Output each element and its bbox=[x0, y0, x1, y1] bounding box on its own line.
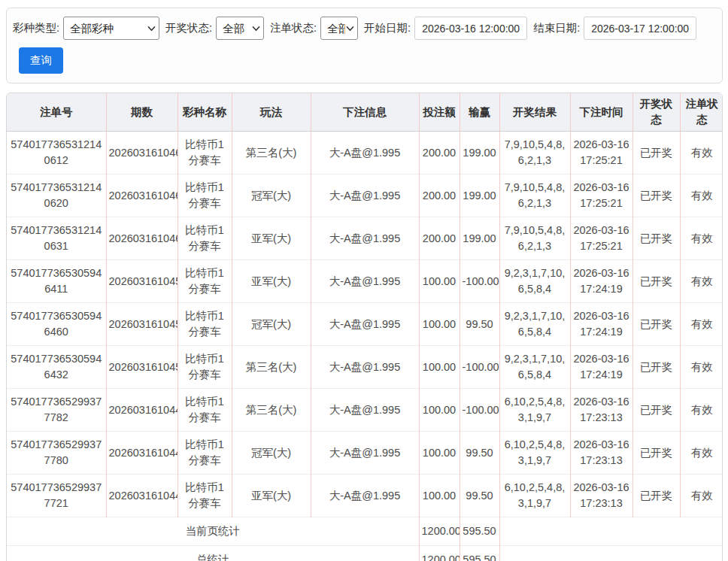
cell-bet_info: 大-A盘@1.995 bbox=[311, 174, 419, 217]
cell-draw_result: 9,2,3,1,7,10,6,5,8,4 bbox=[499, 303, 570, 346]
column-header-period: 期数 bbox=[106, 93, 177, 132]
cell-bet_amount: 100.00 bbox=[419, 260, 460, 303]
cell-draw_status: 已开奖 bbox=[632, 132, 680, 174]
end-date-input[interactable] bbox=[584, 17, 696, 40]
query-button[interactable]: 查询 bbox=[19, 47, 63, 74]
draw-status-select[interactable]: 全部 bbox=[216, 17, 264, 40]
cell-order_status: 有效 bbox=[680, 260, 723, 303]
cell-draw_result: 6,10,2,5,4,8,3,1,9,7 bbox=[499, 432, 570, 475]
cell-bet_amount: 100.00 bbox=[419, 346, 460, 389]
cell-bet_time: 2026-03-16 17:23:13 bbox=[570, 389, 632, 432]
cell-bet_info: 大-A盘@1.995 bbox=[311, 303, 419, 346]
cell-lottery_name: 比特币1分赛车 bbox=[177, 217, 232, 260]
cell-play: 亚军(大) bbox=[232, 260, 311, 303]
column-header-order_status: 注单状态 bbox=[680, 93, 723, 132]
cell-draw_status: 已开奖 bbox=[632, 174, 680, 217]
cell-draw_result: 6,10,2,5,4,8,3,1,9,7 bbox=[499, 389, 570, 432]
cell-win_loss: 99.50 bbox=[460, 432, 499, 475]
cell-draw_result: 7,9,10,5,4,8,6,2,1,3 bbox=[499, 174, 570, 217]
cell-draw_status: 已开奖 bbox=[632, 475, 680, 517]
cell-play: 亚军(大) bbox=[232, 217, 311, 260]
cell-bet_time: 2026-03-16 17:23:13 bbox=[570, 432, 632, 475]
cell-order_id: 5740177365312140631 bbox=[7, 217, 106, 260]
cell-bet_info: 大-A盘@1.995 bbox=[311, 389, 419, 432]
cell-lottery_name: 比特币1分赛车 bbox=[177, 303, 232, 346]
summary-bet-amount: 1200.00 bbox=[419, 517, 460, 546]
summary-empty bbox=[499, 546, 723, 561]
cell-draw_status: 已开奖 bbox=[632, 389, 680, 432]
table-row: 5740177365305946432202603161045比特币1分赛车第三… bbox=[7, 346, 723, 389]
cell-period: 202603161044 bbox=[106, 432, 177, 475]
summary-empty bbox=[499, 517, 723, 546]
column-header-draw_status: 开奖状态 bbox=[632, 93, 680, 132]
column-header-play: 玩法 bbox=[232, 93, 311, 132]
cell-period: 202603161045 bbox=[106, 303, 177, 346]
cell-period: 202603161046 bbox=[106, 217, 177, 260]
cell-draw_result: 6,10,2,5,4,8,3,1,9,7 bbox=[499, 475, 570, 517]
cell-period: 202603161045 bbox=[106, 346, 177, 389]
cell-bet_amount: 100.00 bbox=[419, 303, 460, 346]
lottery-type-select-wrap: 全部彩种 bbox=[63, 17, 159, 40]
cell-win_loss: 99.50 bbox=[460, 475, 499, 517]
table-row: 5740177365305946460202603161045比特币1分赛车冠军… bbox=[7, 303, 723, 346]
cell-lottery_name: 比特币1分赛车 bbox=[177, 475, 232, 517]
cell-draw_status: 已开奖 bbox=[632, 260, 680, 303]
cell-order_status: 有效 bbox=[680, 432, 723, 475]
cell-order_id: 5740177365299377782 bbox=[7, 389, 106, 432]
bets-table-container: 注单号期数彩种名称玩法下注信息投注额输赢开奖结果下注时间开奖状态注单状态 574… bbox=[6, 92, 723, 561]
cell-play: 第三名(大) bbox=[232, 389, 311, 432]
order-status-label: 注单状态: bbox=[270, 21, 317, 35]
cell-order_status: 有效 bbox=[680, 346, 723, 389]
column-header-bet_time: 下注时间 bbox=[570, 93, 632, 132]
cell-bet_time: 2026-03-16 17:25:21 bbox=[570, 132, 632, 174]
column-header-bet_amount: 投注额 bbox=[419, 93, 460, 132]
cell-win_loss: -100.00 bbox=[460, 260, 499, 303]
draw-status-label: 开奖状态: bbox=[165, 21, 212, 35]
cell-order_id: 5740177365305946432 bbox=[7, 346, 106, 389]
cell-bet_time: 2026-03-16 17:23:13 bbox=[570, 475, 632, 517]
cell-bet_info: 大-A盘@1.995 bbox=[311, 217, 419, 260]
summary-label: 当前页统计 bbox=[7, 517, 419, 546]
lottery-type-label: 彩种类型: bbox=[13, 21, 59, 35]
column-header-win_loss: 输赢 bbox=[460, 93, 499, 132]
cell-bet_time: 2026-03-16 17:25:21 bbox=[570, 174, 632, 217]
cell-bet_info: 大-A盘@1.995 bbox=[311, 260, 419, 303]
start-date-input[interactable] bbox=[414, 17, 527, 40]
summary-win-loss: 595.50 bbox=[460, 546, 499, 561]
cell-period: 202603161046 bbox=[106, 132, 177, 174]
cell-bet_info: 大-A盘@1.995 bbox=[311, 346, 419, 389]
cell-order_id: 5740177365312140612 bbox=[7, 132, 106, 174]
cell-lottery_name: 比特币1分赛车 bbox=[177, 432, 232, 475]
cell-lottery_name: 比特币1分赛车 bbox=[177, 260, 232, 303]
summary-row: 总统计1200.00595.50 bbox=[7, 546, 723, 561]
cell-order_status: 有效 bbox=[680, 174, 723, 217]
bets-table: 注单号期数彩种名称玩法下注信息投注额输赢开奖结果下注时间开奖状态注单状态 574… bbox=[7, 93, 723, 561]
cell-win_loss: -100.00 bbox=[460, 389, 499, 432]
cell-bet_time: 2026-03-16 17:25:21 bbox=[570, 217, 632, 260]
cell-play: 亚军(大) bbox=[232, 475, 311, 517]
lottery-type-select[interactable]: 全部彩种 bbox=[63, 17, 159, 40]
table-row: 5740177365312140612202603161046比特币1分赛车第三… bbox=[7, 132, 723, 174]
cell-play: 冠军(大) bbox=[232, 174, 311, 217]
cell-order_id: 5740177365312140620 bbox=[7, 174, 106, 217]
cell-bet_info: 大-A盘@1.995 bbox=[311, 132, 419, 174]
cell-order_status: 有效 bbox=[680, 303, 723, 346]
cell-bet_info: 大-A盘@1.995 bbox=[311, 475, 419, 517]
cell-bet_amount: 200.00 bbox=[419, 174, 460, 217]
cell-bet_time: 2026-03-16 17:24:19 bbox=[570, 260, 632, 303]
column-header-lottery_name: 彩种名称 bbox=[177, 93, 232, 132]
cell-period: 202603161045 bbox=[106, 260, 177, 303]
start-date-label: 开始日期: bbox=[364, 21, 411, 35]
cell-order_status: 有效 bbox=[680, 389, 723, 432]
summary-label: 总统计 bbox=[7, 546, 419, 561]
summary-row: 当前页统计1200.00595.50 bbox=[7, 517, 723, 546]
cell-lottery_name: 比特币1分赛车 bbox=[177, 174, 232, 217]
cell-win_loss: 199.00 bbox=[460, 132, 499, 174]
cell-draw_status: 已开奖 bbox=[632, 346, 680, 389]
cell-order_status: 有效 bbox=[680, 132, 723, 174]
cell-bet_info: 大-A盘@1.995 bbox=[311, 432, 419, 475]
cell-draw_result: 7,9,10,5,4,8,6,2,1,3 bbox=[499, 132, 570, 174]
order-status-select[interactable]: 全部 bbox=[320, 17, 358, 40]
cell-period: 202603161046 bbox=[106, 174, 177, 217]
cell-win_loss: -100.00 bbox=[460, 346, 499, 389]
